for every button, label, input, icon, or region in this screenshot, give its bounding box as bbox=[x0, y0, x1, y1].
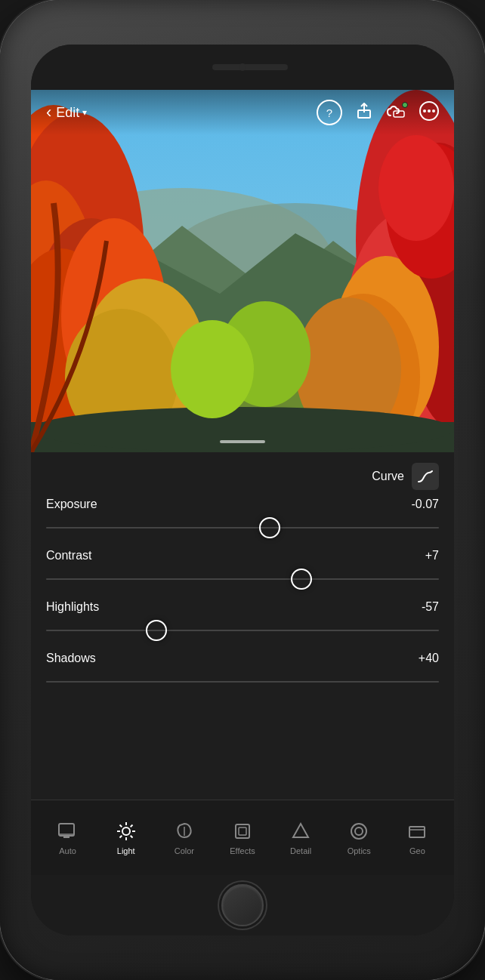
contrast-header: Contrast +7 bbox=[46, 549, 439, 562]
exposure-value: -0.07 bbox=[412, 498, 439, 511]
highlights-slider-row: Highlights -57 bbox=[46, 600, 439, 639]
svg-point-33 bbox=[423, 109, 426, 112]
svg-line-47 bbox=[119, 835, 122, 837]
highlights-thumb[interactable] bbox=[146, 620, 167, 641]
phone-bottom-bar bbox=[31, 875, 454, 935]
exposure-track bbox=[46, 527, 439, 529]
shadows-header: Shadows +40 bbox=[46, 652, 439, 665]
shadows-track bbox=[46, 681, 439, 683]
svg-point-34 bbox=[428, 109, 431, 112]
toolbar-item-light[interactable]: Light bbox=[103, 821, 149, 855]
exposure-slider-row: Exposure -0.07 bbox=[46, 498, 439, 537]
cloud-sync-button[interactable] bbox=[386, 103, 406, 122]
svg-line-46 bbox=[130, 824, 132, 827]
auto-icon bbox=[57, 821, 79, 842]
svg-line-44 bbox=[119, 824, 122, 827]
help-icon: ? bbox=[326, 106, 332, 119]
topbar-right-icons: ? bbox=[317, 100, 439, 125]
svg-rect-50 bbox=[239, 827, 246, 835]
drag-handle[interactable] bbox=[220, 440, 265, 443]
svg-marker-51 bbox=[293, 824, 308, 837]
toolbar-item-geometry[interactable]: Geo bbox=[394, 821, 440, 855]
highlights-label: Highlights bbox=[46, 600, 99, 614]
curve-button[interactable] bbox=[412, 463, 439, 490]
contrast-label: Contrast bbox=[46, 549, 91, 562]
back-button[interactable]: ‹ bbox=[46, 103, 51, 122]
contrast-slider-row: Contrast +7 bbox=[46, 549, 439, 588]
contrast-thumb[interactable] bbox=[291, 569, 312, 590]
curve-label: Curve bbox=[372, 470, 404, 483]
bottom-toolbar: Auto Light bbox=[31, 800, 454, 875]
more-icon bbox=[419, 101, 439, 121]
svg-point-24 bbox=[31, 407, 454, 452]
phone-frame: ‹ Edit ▾ ? bbox=[0, 0, 485, 980]
export-icon bbox=[356, 103, 372, 119]
toolbar-item-color[interactable]: Color bbox=[162, 821, 207, 855]
contrast-value: +7 bbox=[425, 549, 439, 562]
exposure-label: Exposure bbox=[46, 498, 97, 511]
phone-top-notch bbox=[31, 45, 454, 90]
svg-line-45 bbox=[130, 835, 132, 837]
optics-icon bbox=[348, 821, 369, 842]
svg-rect-54 bbox=[409, 827, 425, 837]
toolbar-item-detail[interactable]: Detail bbox=[278, 821, 323, 855]
toolbar-item-auto[interactable]: Auto bbox=[45, 821, 91, 855]
light-icon bbox=[116, 821, 137, 842]
more-options-button[interactable] bbox=[419, 101, 439, 125]
svg-point-28 bbox=[171, 320, 254, 418]
geometry-icon bbox=[406, 821, 428, 842]
exposure-slider[interactable] bbox=[46, 519, 439, 537]
contrast-track bbox=[46, 578, 439, 580]
help-button[interactable]: ? bbox=[317, 100, 342, 125]
phone-screen: ‹ Edit ▾ ? bbox=[31, 45, 454, 935]
svg-point-26 bbox=[378, 135, 454, 241]
svg-point-35 bbox=[432, 109, 435, 112]
svg-point-39 bbox=[122, 827, 130, 835]
shadows-label: Shadows bbox=[46, 652, 96, 665]
effects-label: Effects bbox=[230, 846, 255, 855]
optics-label: Optics bbox=[348, 846, 371, 855]
edit-dropdown-arrow: ▾ bbox=[82, 107, 87, 118]
camera-dot bbox=[239, 63, 246, 71]
effects-icon bbox=[232, 821, 253, 842]
photo-image bbox=[31, 90, 454, 452]
detail-icon bbox=[290, 821, 311, 842]
speaker-bar bbox=[212, 64, 288, 70]
toolbar-item-effects[interactable]: Effects bbox=[220, 821, 265, 855]
svg-rect-49 bbox=[236, 824, 249, 838]
contrast-slider[interactable] bbox=[46, 570, 439, 588]
edit-title[interactable]: Edit ▾ bbox=[56, 105, 87, 121]
home-button[interactable] bbox=[221, 884, 264, 926]
highlights-slider[interactable] bbox=[46, 621, 439, 639]
exposure-header: Exposure -0.07 bbox=[46, 498, 439, 511]
color-label: Color bbox=[175, 846, 194, 855]
toolbar-item-optics[interactable]: Optics bbox=[336, 821, 382, 855]
edit-topbar: ‹ Edit ▾ ? bbox=[31, 90, 454, 135]
curve-row: Curve bbox=[31, 452, 454, 498]
svg-point-52 bbox=[351, 824, 366, 839]
shadows-value: +40 bbox=[419, 652, 439, 665]
color-icon bbox=[174, 821, 195, 842]
geometry-label: Geo bbox=[409, 846, 425, 855]
detail-label: Detail bbox=[290, 846, 311, 855]
shadows-slider[interactable] bbox=[46, 673, 439, 691]
edit-panel: Curve Exposure -0.07 bbox=[31, 452, 454, 875]
highlights-track bbox=[46, 630, 439, 631]
curve-icon bbox=[417, 468, 434, 485]
exposure-thumb[interactable] bbox=[259, 517, 280, 538]
auto-label: Auto bbox=[59, 846, 76, 855]
export-button[interactable] bbox=[356, 103, 372, 123]
highlights-header: Highlights -57 bbox=[46, 600, 439, 614]
cloud-sync-dot bbox=[402, 102, 408, 108]
light-label: Light bbox=[117, 846, 135, 855]
highlights-value: -57 bbox=[422, 600, 439, 614]
shadows-slider-row: Shadows +40 bbox=[46, 652, 439, 691]
photo-container: ‹ Edit ▾ ? bbox=[31, 90, 454, 452]
sliders-area: Exposure -0.07 Contrast +7 bbox=[31, 498, 454, 800]
svg-point-53 bbox=[355, 827, 363, 835]
